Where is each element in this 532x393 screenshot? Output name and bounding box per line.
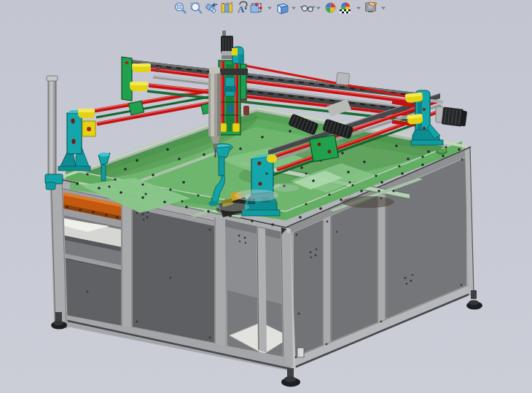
svg-text:A: A [238,4,245,15]
